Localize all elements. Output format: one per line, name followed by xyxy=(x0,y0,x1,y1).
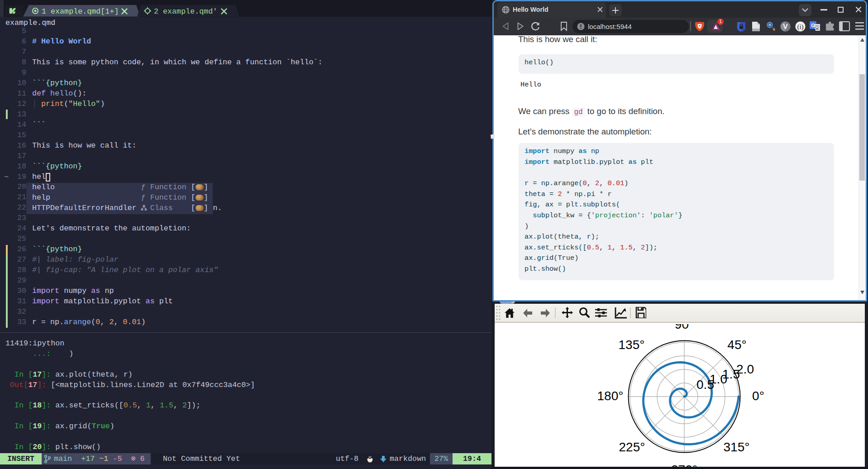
svg-text:225°: 225° xyxy=(619,440,645,454)
svg-text:0°: 0° xyxy=(752,389,764,403)
svg-text:2.0: 2.0 xyxy=(736,362,754,376)
svg-text:180°: 180° xyxy=(597,389,624,403)
svg-text:(i): (i) xyxy=(797,23,803,31)
svg-text:315°: 315° xyxy=(724,440,750,454)
svg-text:45°: 45° xyxy=(727,338,746,352)
svg-text:135°: 135° xyxy=(619,338,645,352)
